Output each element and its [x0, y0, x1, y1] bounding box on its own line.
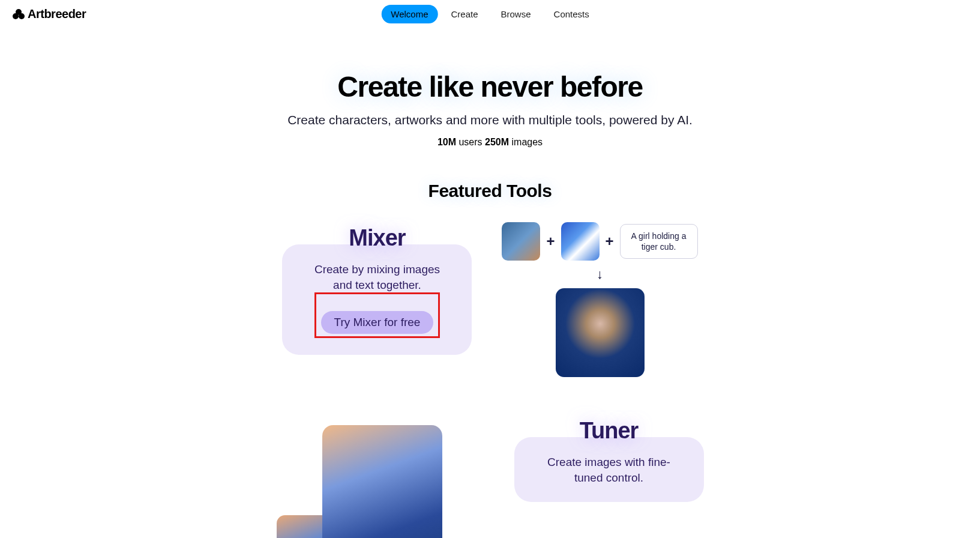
stat-users-value: 10M	[437, 137, 456, 147]
mixer-input-image-1	[502, 222, 540, 261]
stat-images-value: 250M	[485, 137, 509, 147]
main-nav: Welcome Create Browse Contests	[379, 2, 601, 26]
plus-icon: +	[546, 233, 555, 250]
svg-point-2	[16, 9, 22, 15]
mixer-inputs: + + A girl holding a tiger cub.	[502, 222, 697, 261]
hero-title: Create like never before	[0, 70, 980, 103]
logo-icon	[12, 9, 25, 20]
tuner-visual	[277, 425, 442, 538]
hero: Create like never before Create characte…	[0, 70, 980, 148]
mixer-visual: + + A girl holding a tiger cub. ↓	[502, 222, 697, 377]
hero-stats: 10M users 250M images	[0, 137, 980, 148]
plus-icon: +	[606, 233, 614, 250]
brand-logo[interactable]: Artbreeder	[12, 7, 86, 21]
mixer-result-image	[556, 288, 645, 377]
nav-create[interactable]: Create	[441, 5, 487, 23]
brand-name: Artbreeder	[28, 7, 86, 21]
nav-browse[interactable]: Browse	[492, 5, 541, 23]
mixer-input-image-2	[561, 222, 600, 261]
stat-users-label: users	[456, 137, 485, 147]
stat-images-label: images	[509, 137, 543, 147]
tuner-name: Tuner	[536, 418, 682, 444]
nav-welcome[interactable]: Welcome	[381, 5, 437, 23]
try-mixer-button[interactable]: Try Mixer for free	[321, 311, 434, 334]
mixer-card: Mixer Create by mixing images and text t…	[282, 244, 472, 355]
featured-title: Featured Tools	[0, 181, 980, 201]
nav-contests[interactable]: Contests	[544, 5, 599, 23]
mixer-name: Mixer	[304, 225, 450, 251]
mixer-prompt-text: A girl holding a tiger cub.	[620, 224, 698, 259]
hero-subtitle: Create characters, artworks and more wit…	[0, 113, 980, 127]
tuner-image-large	[322, 425, 442, 538]
tuner-card: Tuner Create images with fine-tuned cont…	[514, 437, 704, 502]
arrow-down-icon: ↓	[597, 267, 603, 282]
highlight-annotation: Try Mixer for free	[314, 292, 440, 338]
featured-section: Featured Tools Mixer Create by mixing im…	[0, 181, 980, 538]
tuner-desc: Create images with fine-tuned control.	[536, 455, 682, 485]
mixer-desc: Create by mixing images and text togethe…	[304, 262, 450, 292]
